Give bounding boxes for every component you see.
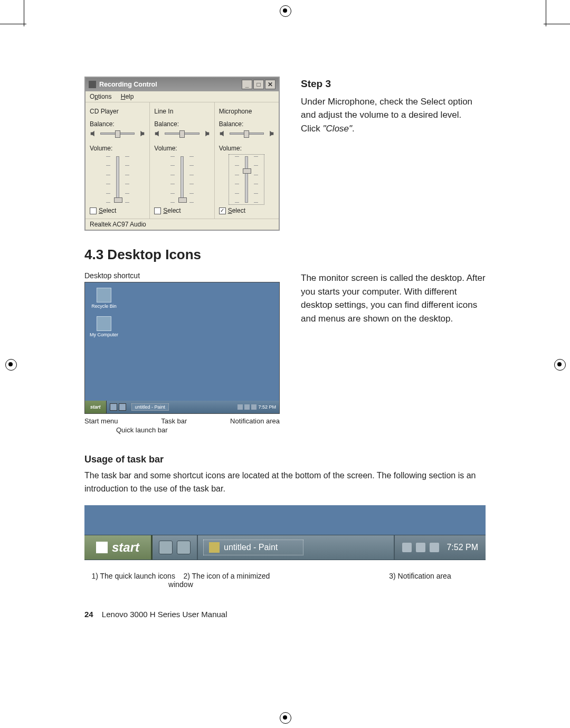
tray-icon[interactable]	[251, 404, 256, 410]
svg-marker-2	[155, 131, 159, 137]
svg-marker-4	[220, 131, 223, 137]
desktop-paragraph: The monitor screen is called the desktop…	[301, 271, 486, 325]
paint-icon	[209, 542, 220, 553]
volume-label: Volume:	[90, 145, 145, 152]
channel-microphone: Microphone Balance: Volume:	[215, 102, 279, 219]
quick-launch-small	[107, 403, 129, 411]
taskbar-tasks-small: untitled - Paint	[129, 403, 235, 411]
taskbar-small: start untitled - Paint	[85, 401, 279, 413]
channel-name: Line In	[154, 108, 210, 115]
clock-large: 7:52 PM	[446, 543, 478, 552]
desktop-callouts-row1: Start menu Task bar Notification area	[84, 417, 280, 425]
page-footer: 24 Lenovo 3000 H Series User Manual	[84, 610, 486, 619]
callout-min-window: 2) The icon of a minimized window	[168, 572, 270, 589]
channel-line-in: Line In Balance: Volume:	[150, 102, 214, 219]
callout-task-bar: Task bar	[161, 417, 187, 425]
svg-marker-3	[205, 131, 209, 137]
speaker-left-icon	[219, 130, 226, 137]
svg-marker-0	[91, 131, 94, 137]
usage-paragraph: The task bar and some shortcut icons are…	[84, 469, 486, 496]
window-titlebar[interactable]: Recording Control _ □ ✕	[86, 78, 279, 91]
registration-mark-right	[554, 359, 565, 370]
speaker-left-icon	[90, 130, 97, 137]
channel-cd-player: CD Player Balance: Volume:	[86, 102, 150, 219]
desktop-icon-my-computer[interactable]: My Computer	[88, 316, 120, 337]
balance-label: Balance:	[90, 120, 145, 128]
balance-label: Balance:	[219, 120, 274, 128]
tray-icon[interactable]	[430, 543, 439, 552]
volume-slider[interactable]	[166, 156, 198, 203]
ql-desktop-icon[interactable]	[177, 541, 191, 554]
registration-mark-bottom	[280, 712, 290, 723]
select-label: Select	[228, 207, 245, 214]
tray-icon[interactable]	[402, 543, 412, 552]
volume-label: Volume:	[154, 145, 210, 152]
close-button[interactable]: ✕	[265, 80, 276, 89]
speaker-right-icon	[203, 130, 210, 137]
balance-slider[interactable]	[154, 129, 210, 141]
select-label: Select	[163, 207, 180, 214]
svg-marker-5	[270, 131, 273, 137]
tray-icon[interactable]	[238, 404, 243, 410]
maximize-button[interactable]: □	[253, 80, 264, 89]
menu-options[interactable]: Options	[90, 93, 111, 100]
crop-mark	[24, 0, 24, 26]
select-label: Select	[99, 207, 116, 214]
crop-mark	[544, 24, 570, 24]
quick-launch-large	[153, 535, 198, 560]
start-button-small[interactable]: start	[85, 401, 107, 413]
usage-heading: Usage of task bar	[84, 454, 486, 465]
tray-large: 7:52 PM	[394, 535, 486, 560]
channel-name: Microphone	[219, 108, 274, 115]
task-button-small[interactable]: untitled - Paint	[131, 403, 169, 411]
desktop-icon-recycle-bin[interactable]: Recycle Bin	[88, 288, 120, 309]
tray-icon[interactable]	[244, 404, 250, 410]
select-checkbox[interactable]: ✓	[219, 207, 226, 214]
start-button-large[interactable]: start	[84, 535, 153, 560]
tray-icon[interactable]	[416, 543, 425, 552]
app-icon	[89, 81, 96, 88]
balance-label: Balance:	[154, 120, 210, 128]
recycle-bin-icon	[97, 288, 111, 302]
ql-icon[interactable]	[119, 403, 126, 411]
task-button-large[interactable]: untitled - Paint	[203, 540, 303, 555]
footer-title: Lenovo 3000 H Series User Manual	[102, 610, 227, 619]
menu-help[interactable]: Help	[121, 93, 134, 100]
minimize-button[interactable]: _	[242, 80, 252, 89]
balance-slider[interactable]	[219, 129, 274, 141]
clock-small: 7:52 PM	[258, 404, 276, 410]
window-title: Recording Control	[99, 81, 157, 88]
caption-desktop-shortcut: Desktop shortcut	[84, 271, 280, 280]
step3-heading: Step 3	[301, 77, 486, 92]
section-heading: 4.3 Desktop Icons	[84, 247, 486, 263]
my-computer-icon	[97, 316, 111, 331]
page-number: 24	[84, 610, 93, 619]
taskbar-large-figure: start untitled - Paint 7:52 PM	[84, 505, 486, 560]
taskbar-large: start untitled - Paint 7:52 PM	[84, 535, 486, 560]
select-checkbox[interactable]	[90, 207, 97, 214]
speaker-left-icon	[154, 130, 162, 137]
callout-start-menu: Start menu	[84, 417, 118, 425]
ql-icon[interactable]	[110, 403, 117, 411]
volume-label: Volume:	[219, 145, 274, 152]
taskbar-tasks-large: untitled - Paint	[198, 535, 394, 560]
windows-flag-icon	[96, 542, 108, 553]
recording-control-window: Recording Control _ □ ✕ Options Help CD …	[84, 77, 280, 231]
svg-marker-1	[141, 131, 145, 137]
mixer-body: CD Player Balance: Volume:	[86, 102, 279, 219]
volume-slider[interactable]	[102, 156, 134, 203]
select-checkbox[interactable]	[154, 207, 161, 214]
volume-slider[interactable]	[231, 156, 262, 203]
balance-slider[interactable]	[90, 129, 145, 141]
callout-ql: 1) The quick launch icons	[91, 572, 175, 580]
tray-small: 7:52 PM	[234, 404, 279, 410]
step3-body1: Under Microphone, check the Select optio…	[301, 95, 486, 122]
status-bar: Realtek AC97 Audio	[86, 219, 279, 230]
step3-body2: Click "Close".	[301, 122, 486, 136]
callout-notification-area: 3) Notification area	[373, 572, 486, 589]
window-menubar: Options Help	[86, 91, 279, 102]
taskbar-callouts: 1) The quick launch icons 2) The icon of…	[84, 572, 486, 589]
callout-notification-area: Notification area	[230, 417, 280, 425]
ql-ie-icon[interactable]	[159, 541, 173, 554]
crop-mark	[0, 24, 26, 24]
